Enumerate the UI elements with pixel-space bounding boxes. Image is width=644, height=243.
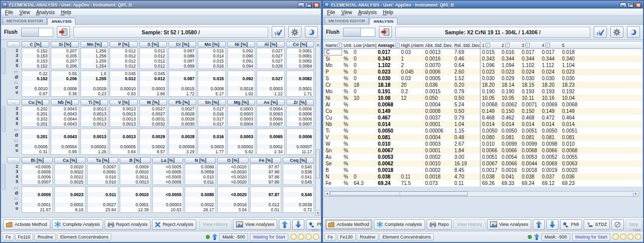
element-column-header[interactable]: La [%] [152,157,184,163]
element-name[interactable]: Cr [324,82,342,88]
element-column-header[interactable]: Ni [%] [227,41,255,47]
menu-analysis[interactable]: Analysis [36,10,55,15]
flush-slider-thumb[interactable] [22,28,39,36]
status-tab-method[interactable]: Fe130 [337,233,356,240]
element-column-header[interactable]: Si [%] [51,41,78,47]
element-column-header[interactable]: Mg [%] [227,99,255,105]
status-tab-method[interactable]: Fe110 [15,233,34,240]
flush-slider[interactable] [343,28,375,37]
element-name[interactable]: Cu [324,114,342,121]
status-tab-element-concentrations[interactable]: Element Concentrations [379,233,434,240]
element-name[interactable]: Ni [324,95,342,101]
table-row[interactable]: Nb%0.0140.00011.040.0140.0140.0140.0140.… [324,121,642,128]
tab-methods-editor[interactable]: METHODS EDITOR [325,17,369,24]
element-column-header[interactable]: Fe [%] [250,157,281,163]
element-column-header[interactable]: Ca [%] [54,157,86,163]
element-column-header[interactable]: Mo [%] [198,41,225,47]
stdz-button[interactable]: STDZ [584,219,610,230]
table-row[interactable]: Ni%1010.08120.0500.5010.0510.0510.1110.1… [324,95,642,101]
element-name[interactable]: Si [324,55,342,62]
element-name[interactable]: Nb [324,121,342,128]
element-column-header[interactable]: Ti [%] [80,99,108,105]
table-row[interactable]: Si%00.34310.00160.460.3430.3440.3440.344… [324,55,642,62]
scroll-thumb[interactable] [316,149,320,178]
chart-check-button[interactable] [594,26,607,38]
tab-analysis[interactable]: ANALYSIS [47,18,75,25]
column-header[interactable]: Average✓ [376,42,399,48]
flush-slider-thumb[interactable] [344,28,361,36]
table-row[interactable]: Mn%01.10220.00700.641.0961.0941.1021.112… [324,62,642,69]
filter-icon[interactable]: ✓ [486,43,490,47]
menu-view[interactable]: View [19,10,30,15]
element-name[interactable]: Co [324,108,342,114]
element-column-header[interactable]: C [%] [22,41,49,47]
close-button[interactable] [635,3,641,8]
move-up-button[interactable] [279,219,291,230]
filter-icon[interactable]: ✓ [545,43,550,47]
element-column-header[interactable]: Cr [%] [169,41,196,47]
column-header[interactable]: Unit [342,42,352,48]
element-column-header[interactable]: B [%] [120,157,151,163]
complete-analysis-button[interactable]: Complete Analysis [52,219,103,230]
column-header[interactable]: 4✓ [540,42,560,48]
column-header[interactable]: Low (Alarm) [352,42,376,48]
status-tab-element-concentrations[interactable]: Element Concentrations [57,233,111,240]
filter-icon[interactable]: ✓ [525,43,530,47]
scroll-thumb[interactable] [330,192,468,196]
element-column-header[interactable]: Zr [%] [286,99,314,105]
column-header[interactable]: 1✓ [480,42,500,48]
activate-method-button[interactable]: Activate Method [325,219,372,230]
table-row[interactable]: Fe%64.369.2471.50.0730.1169.2669.3369.24… [324,180,642,187]
horizontal-scrollbar[interactable] [324,191,639,197]
element-name[interactable]: Al [324,101,342,108]
view-analyses-button[interactable]: View Analyses [233,219,277,230]
maximize-button[interactable] [627,3,634,8]
save-analysis-button[interactable] [57,26,70,38]
status-tab-routine[interactable]: Routine [357,233,378,240]
menu-analysis[interactable]: Analysis [358,10,377,15]
element-name[interactable]: N [324,173,342,180]
element-column-header[interactable]: Ceq [%] [283,157,314,163]
reject-analysis-button[interactable]: Reject Analysis [152,219,196,230]
menu-view[interactable]: View [341,10,352,15]
column-header[interactable]: Name✓ [324,42,342,48]
view-history-button[interactable]: View History [453,219,486,230]
element-column-header[interactable]: Ta [%] [87,157,118,163]
scroll-down-arrow[interactable] [316,210,320,215]
element-column-header[interactable]: Cu [%] [22,99,49,105]
right-titlebar[interactable]: ELEMENTAL.ANALYSIS - User: AppDev - Inst… [323,1,643,9]
activate-method-button[interactable]: Activate Method [3,219,50,230]
move-up-button[interactable] [533,219,545,230]
table-row[interactable]: Co%0.1490.00080.500.1490.1500.1500.1490.… [324,108,642,114]
pmi-button[interactable]: PMI [560,219,582,230]
filter-icon[interactable]: ✓ [395,43,399,47]
element-column-header[interactable]: N [%] [185,157,216,163]
element-name[interactable]: Mn [324,62,342,69]
element-column-header[interactable]: Bi [%] [22,157,53,163]
scroll-left-arrow[interactable] [325,192,330,196]
move-down-button[interactable] [292,219,304,230]
mini-scrollbar[interactable] [2,164,6,190]
scroll-track[interactable] [468,192,632,196]
element-column-header[interactable]: S [%] [139,41,167,47]
element-name[interactable]: V [324,134,342,141]
element-column-header[interactable]: Al [%] [257,41,284,47]
table-row[interactable]: P%00.0230.0450.00062.600.0230.0230.0240.… [324,69,642,75]
element-name[interactable]: W [324,141,342,147]
view-history-button[interactable]: View History [199,219,231,230]
table-row[interactable]: Al%0.00680.00045.240.00680.00620.00710.0… [324,101,642,108]
status-tab-fe[interactable]: Fe [3,233,14,240]
scroll-up-arrow[interactable] [316,42,320,47]
chart-check-button[interactable] [272,26,285,38]
column-header[interactable]: Rel. Std. Dev. [453,42,480,48]
report-analysis-button[interactable]: Report Analysis [105,219,151,230]
element-name[interactable]: Ti [324,128,342,134]
settings-button[interactable] [610,26,623,38]
table-row[interactable]: W%0.0100.00032.670.0100.00990.00990.0098… [324,141,642,147]
scroll-right-arrow[interactable] [633,192,638,196]
table-row[interactable]: N%00.0380.110.00184.700.0380.0410.0380.0… [324,173,642,180]
menu-help[interactable]: Help [61,10,71,15]
element-name[interactable]: C [324,49,342,55]
abort-button[interactable] [611,219,624,230]
element-name[interactable]: B [324,167,342,173]
